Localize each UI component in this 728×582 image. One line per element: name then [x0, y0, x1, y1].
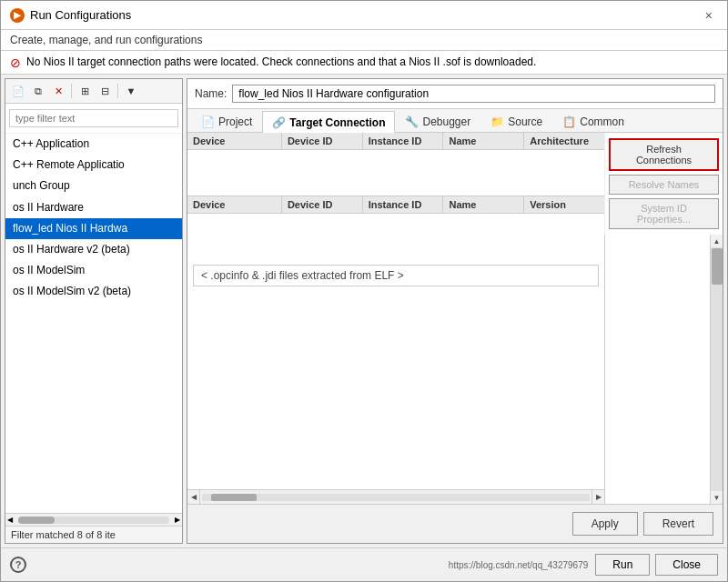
source-tab-icon: 📁	[490, 115, 504, 128]
lower-table-section: Device Device ID Instance ID Name Versio…	[187, 196, 604, 259]
run-button[interactable]: Run	[595, 554, 650, 576]
subtitle-text: Create, manage, and run configurations	[10, 34, 202, 46]
title-bar-left: ▶ Run Configurations	[10, 8, 131, 23]
debugger-tab-icon: 🔧	[405, 115, 419, 128]
filter-container	[5, 104, 182, 134]
scroll-thumb	[18, 517, 55, 524]
left-toolbar: 📄 ⧉ ✕ ⊞ ⊟ ▼	[5, 79, 182, 104]
upper-table-body	[187, 150, 604, 196]
subtitle-bar: Create, manage, and run configurations	[1, 30, 727, 51]
scroll-right-arrow[interactable]: ▶	[173, 516, 182, 524]
error-icon: ⊘	[10, 55, 21, 70]
close-window-button[interactable]: ×	[700, 6, 718, 25]
scroll-up-arrow[interactable]: ▲	[711, 235, 723, 247]
v-scroll-thumb	[712, 248, 723, 285]
elf-box[interactable]: < .opcinfo & .jdi files extracted from E…	[193, 265, 599, 286]
filter-input[interactable]	[9, 109, 178, 127]
status-url: https://blog.csdn.net/qq_43279679	[449, 560, 588, 570]
refresh-connections-button[interactable]: Refresh Connections	[609, 138, 719, 171]
extra-area: < .opcinfo & .jdi files extracted from E…	[187, 259, 604, 489]
help-button[interactable]: ?	[10, 557, 26, 573]
filter-status: Filter matched 8 of 8 ite	[5, 526, 182, 543]
empty-row-lower	[187, 214, 604, 241]
debugger-tab-label: Debugger	[422, 115, 470, 128]
elf-label: < .opcinfo & .jdi files extracted from E…	[201, 269, 404, 282]
apply-revert-bar: Apply Revert	[187, 504, 723, 543]
list-item[interactable]: C++ Application	[5, 134, 182, 155]
tab-target-connection[interactable]: 🔗 Target Connection	[262, 111, 395, 133]
tables-and-actions: Device Device ID Instance ID Name Archit…	[187, 133, 723, 504]
upper-table-section: Device Device ID Instance ID Name Archit…	[187, 133, 604, 196]
tab-project[interactable]: 📄 Project	[191, 111, 262, 132]
col-name: Name	[443, 133, 524, 149]
title-bar: ▶ Run Configurations ×	[1, 1, 727, 30]
menu-button[interactable]: ▼	[122, 82, 140, 100]
expand-button[interactable]: ⊞	[76, 82, 94, 100]
revert-button[interactable]: Revert	[643, 512, 713, 536]
list-item-selected[interactable]: flow_led Nios II Hardwa	[5, 218, 182, 239]
delete-button[interactable]: ✕	[49, 82, 67, 100]
right-side: Refresh Connections Resolve Names System…	[604, 133, 723, 504]
scroll-down-arrow[interactable]: ▼	[711, 491, 723, 504]
horizontal-scrollbar[interactable]: ◀ ▶	[5, 513, 182, 526]
duplicate-button[interactable]: ⧉	[29, 82, 47, 100]
project-tab-label: Project	[218, 115, 252, 128]
list-item[interactable]: os II ModelSim v2 (beta)	[5, 281, 182, 302]
app-icon: ▶	[10, 8, 25, 23]
lower-table-header: Device Device ID Instance ID Name Versio…	[187, 196, 604, 214]
tables-container: Device Device ID Instance ID Name Archit…	[187, 133, 604, 504]
resolve-names-button[interactable]: Resolve Names	[609, 175, 719, 195]
dialog-close-button[interactable]: Close	[655, 554, 718, 576]
tab-content: Device Device ID Instance ID Name Archit…	[187, 133, 723, 504]
error-bar: ⊘ No Nios II target connection paths wer…	[1, 51, 727, 75]
name-label: Name:	[195, 87, 227, 100]
right-actions: Refresh Connections Resolve Names System…	[604, 133, 723, 235]
scroll-left-arrow[interactable]: ◀	[5, 516, 15, 524]
list-item[interactable]: unch Group	[5, 176, 182, 196]
tab-common[interactable]: 📋 Common	[552, 111, 634, 132]
tab-source[interactable]: 📁 Source	[480, 111, 552, 132]
scroll-right-btn[interactable]: ▶	[592, 490, 604, 505]
system-id-properties-button[interactable]: System ID Properties...	[609, 198, 719, 229]
col-instance-id-lower: Instance ID	[363, 196, 444, 213]
common-tab-label: Common	[580, 115, 624, 128]
col-device-lower: Device	[187, 196, 282, 213]
target-tab-label: Target Connection	[289, 116, 385, 129]
new-config-button[interactable]: 📄	[9, 82, 27, 100]
collapse-button[interactable]: ⊟	[96, 82, 114, 100]
toolbar-separator-2	[117, 84, 118, 98]
footer-right: https://blog.csdn.net/qq_43279679 Run Cl…	[449, 554, 718, 576]
col-instance-id: Instance ID	[363, 133, 444, 149]
name-bar: Name:	[187, 79, 723, 109]
apply-button[interactable]: Apply	[572, 512, 638, 536]
col-device-id: Device ID	[282, 133, 363, 149]
list-item[interactable]: C++ Remote Applicatio	[5, 155, 182, 176]
h-scroll-track	[202, 494, 590, 501]
dialog-title: Run Configurations	[30, 8, 131, 22]
run-configurations-dialog: ▶ Run Configurations × Create, manage, a…	[0, 0, 728, 582]
col-architecture: Architecture	[524, 133, 604, 149]
upper-table-header: Device Device ID Instance ID Name Archit…	[187, 133, 604, 150]
vertical-scrollbar[interactable]: ▲ ▼	[710, 235, 723, 504]
common-tab-icon: 📋	[562, 115, 576, 128]
error-message: No Nios II target connection paths were …	[26, 55, 536, 70]
scroll-left-btn[interactable]: ◀	[187, 490, 200, 505]
toolbar-separator	[71, 84, 72, 98]
tab-debugger[interactable]: 🔧 Debugger	[395, 111, 480, 132]
list-item[interactable]: os II Hardware v2 (beta)	[5, 239, 182, 260]
run-close-buttons: Run Close	[595, 554, 718, 576]
empty-row	[187, 150, 604, 177]
list-item[interactable]: os II ModelSim	[5, 260, 182, 281]
config-name-input[interactable]	[232, 85, 715, 103]
v-scroll-track	[711, 247, 723, 491]
project-tab-icon: 📄	[201, 115, 215, 128]
left-panel: 📄 ⧉ ✕ ⊞ ⊟ ▼ C++ Application C++ Remote A…	[5, 78, 183, 544]
col-device: Device	[187, 133, 282, 149]
col-device-id-lower: Device ID	[282, 196, 363, 213]
help-section: ?	[10, 557, 26, 573]
v-scroll-area: ▲ ▼	[604, 235, 723, 504]
tabs-bar: 📄 Project 🔗 Target Connection 🔧 Debugger…	[187, 109, 723, 133]
list-item[interactable]: os II Hardware	[5, 197, 182, 218]
bottom-scrollbar[interactable]: ◀ ▶	[187, 489, 604, 504]
tree-list: C++ Application C++ Remote Applicatio un…	[5, 134, 182, 513]
